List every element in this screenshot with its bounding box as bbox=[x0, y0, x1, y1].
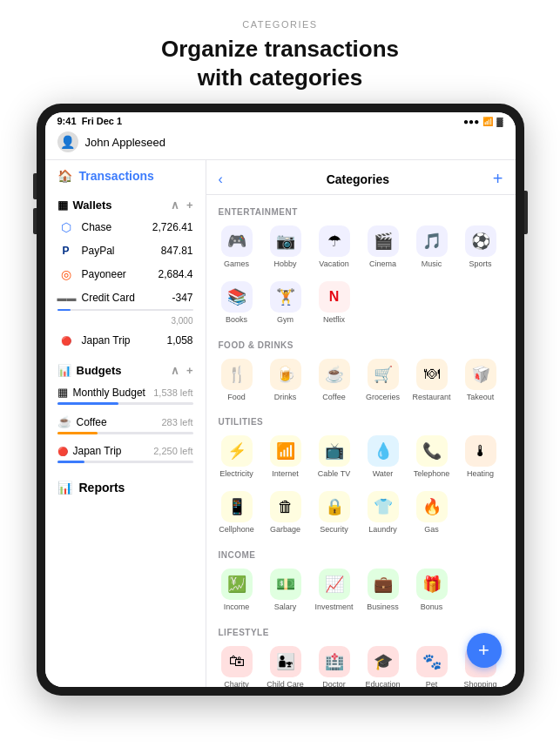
page-title: Organize transactions with categories bbox=[161, 35, 399, 91]
cat-item-internet[interactable]: 📶 Internet bbox=[262, 430, 309, 484]
cat-item-business[interactable]: 💼 Business bbox=[360, 563, 407, 617]
budget-item-coffee[interactable]: ☕ Coffee 283 left bbox=[45, 410, 206, 440]
cat-item-restaurant[interactable]: 🍽 Restaurant bbox=[408, 353, 455, 407]
fab-button[interactable]: + bbox=[467, 633, 502, 668]
hobby-label: Hobby bbox=[273, 259, 296, 269]
shopping-label: Shopping bbox=[463, 680, 496, 687]
entertainment-grid: 🎮 Games 📷 Hobby bbox=[213, 220, 509, 330]
cat-item-water[interactable]: 💧 Water bbox=[360, 430, 407, 484]
books-label: Books bbox=[226, 315, 247, 325]
cat-item-sports[interactable]: ⚽ Sports bbox=[457, 220, 504, 274]
add-category-button[interactable]: + bbox=[493, 169, 503, 189]
gym-label: Gym bbox=[277, 315, 293, 325]
pet-label: Pet bbox=[426, 680, 438, 687]
business-icon: 💼 bbox=[374, 575, 393, 594]
cat-item-coffee[interactable]: ☕ Coffee bbox=[311, 353, 358, 407]
wallet-item-payoneer[interactable]: ◎ Payoneer 2,684.4 bbox=[45, 262, 206, 286]
takeout-icon: 🥡 bbox=[471, 365, 490, 384]
doctor-label: Doctor bbox=[322, 680, 346, 687]
wallets-collapse-btn[interactable]: ∧ bbox=[171, 199, 179, 212]
lifestyle-grid: 🛍 Charity 👨‍👧 Child Care bbox=[213, 641, 509, 687]
cat-item-pet[interactable]: 🐾 Pet bbox=[408, 641, 455, 687]
cat-item-charity[interactable]: 🛍 Charity bbox=[213, 641, 260, 687]
bonus-label: Bonus bbox=[421, 602, 443, 612]
child-care-label: Child Care bbox=[267, 680, 304, 687]
paypal-icon: P bbox=[57, 245, 75, 257]
cat-item-bonus[interactable]: 🎁 Bonus bbox=[408, 563, 455, 617]
music-icon-bg: 🎵 bbox=[416, 225, 448, 257]
monthly-budget-name: Monthly Budget bbox=[73, 387, 149, 399]
cat-item-netflix[interactable]: N Netflix bbox=[311, 276, 358, 330]
electricity-icon: ⚡ bbox=[227, 441, 246, 461]
gas-utility-icon-bg: 🔥 bbox=[416, 491, 448, 522]
budgets-label-wrapper: 📊 Budgets bbox=[57, 364, 122, 377]
sidebar-item-reports[interactable]: 📊 Reports bbox=[45, 472, 206, 503]
laundry-icon: 👕 bbox=[374, 497, 393, 516]
credit-card-bar bbox=[57, 309, 193, 311]
cellphone-label: Cellphone bbox=[219, 525, 254, 535]
cat-item-gym[interactable]: 🏋 Gym bbox=[262, 276, 309, 330]
section-utilities: UTILITIES ⚡ Electricity 📶 bbox=[213, 410, 509, 540]
coffee-budget-amount: 283 left bbox=[161, 417, 192, 427]
cat-item-education[interactable]: 🎓 Education bbox=[360, 641, 407, 687]
income-icon-bg: 💹 bbox=[221, 569, 253, 600]
wallet-item-japan-trip[interactable]: 🔴 Japan Trip 1,058 bbox=[45, 329, 206, 352]
cat-item-gas-utility[interactable]: 🔥 Gas bbox=[408, 486, 455, 540]
cat-item-garbage[interactable]: 🗑 Garbage bbox=[262, 486, 309, 540]
cat-item-groceries[interactable]: 🛒 Groceries bbox=[360, 353, 407, 407]
salary-label: Salary bbox=[274, 602, 297, 612]
music-label: Music bbox=[422, 259, 442, 269]
heating-icon: 🌡 bbox=[473, 442, 489, 461]
device-frame: 9:41 Fri Dec 1 ●●● 📶 ▓ 👤 John Appleseed … bbox=[37, 104, 524, 696]
wallet-item-chase[interactable]: ⬡ Chase 2,726.41 bbox=[45, 215, 206, 239]
section-entertainment: ENTERTAINMENT 🎮 Games 📷 bbox=[213, 200, 509, 330]
books-icon-bg: 📚 bbox=[221, 281, 253, 313]
laundry-icon-bg: 👕 bbox=[368, 491, 399, 522]
cat-item-heating[interactable]: 🌡 Heating bbox=[457, 430, 504, 484]
garbage-icon: 🗑 bbox=[278, 498, 293, 516]
cat-item-laundry[interactable]: 👕 Laundry bbox=[360, 486, 407, 540]
entertainment-title: ENTERTAINMENT bbox=[213, 200, 509, 220]
budget-item-japan-trip[interactable]: 🔴 Japan Trip 2,250 left bbox=[45, 440, 206, 468]
cat-item-games[interactable]: 🎮 Games bbox=[213, 220, 260, 274]
cat-item-music[interactable]: 🎵 Music bbox=[408, 220, 455, 274]
cat-item-investment[interactable]: 📈 Investment bbox=[311, 563, 358, 617]
budgets-collapse-btn[interactable]: ∧ bbox=[171, 364, 179, 377]
credit-card-name: Credit Card bbox=[82, 292, 172, 304]
cat-item-electricity[interactable]: ⚡ Electricity bbox=[213, 430, 260, 484]
restaurant-label: Restaurant bbox=[412, 393, 450, 402]
wallet-item-paypal[interactable]: P PayPal 847.81 bbox=[45, 239, 206, 262]
cat-item-doctor[interactable]: 🏥 Doctor bbox=[311, 641, 358, 687]
cat-item-cinema[interactable]: 🎬 Cinema bbox=[360, 220, 407, 274]
sidebar-item-transactions[interactable]: 🏠 Transactions bbox=[45, 160, 206, 192]
cat-item-security[interactable]: 🔒 Security bbox=[311, 486, 358, 540]
cat-item-cellphone[interactable]: 📱 Cellphone bbox=[213, 486, 260, 540]
cat-item-drinks[interactable]: 🍺 Drinks bbox=[262, 353, 309, 407]
cat-item-cable-tv[interactable]: 📺 Cable TV bbox=[311, 430, 358, 484]
categories-title: Categories bbox=[223, 172, 493, 186]
cat-item-telephone[interactable]: 📞 Telephone bbox=[408, 430, 455, 484]
cat-item-food[interactable]: 🍴 Food bbox=[213, 353, 260, 407]
cat-item-books[interactable]: 📚 Books bbox=[213, 276, 260, 330]
salary-icon-bg: 💵 bbox=[270, 569, 301, 600]
japan-trip-budget-icon: 🔴 bbox=[57, 447, 68, 456]
cat-item-income[interactable]: 💹 Income bbox=[213, 563, 260, 617]
cat-item-hobby[interactable]: 📷 Hobby bbox=[262, 220, 309, 274]
cat-item-takeout[interactable]: 🥡 Takeout bbox=[457, 353, 504, 407]
budgets-add-btn[interactable]: + bbox=[186, 364, 193, 377]
wallets-add-btn[interactable]: + bbox=[186, 199, 193, 212]
internet-icon: 📶 bbox=[276, 441, 295, 461]
income-icon: 💹 bbox=[227, 575, 246, 594]
investment-icon-bg: 📈 bbox=[319, 569, 350, 600]
cat-item-vacation[interactable]: ☂ Vacation bbox=[311, 220, 358, 274]
groceries-icon: 🛒 bbox=[374, 365, 393, 384]
utilities-grid: ⚡ Electricity 📶 Internet bbox=[213, 430, 509, 540]
cellphone-icon: 📱 bbox=[227, 497, 246, 516]
cat-item-salary[interactable]: 💵 Salary bbox=[262, 563, 309, 617]
signal-icon: ●●● bbox=[463, 117, 479, 126]
wallet-item-credit-card[interactable]: ▬▬ Credit Card -347 bbox=[45, 286, 206, 309]
budget-item-monthly[interactable]: ▦ Monthly Budget 1,538 left bbox=[45, 380, 206, 410]
status-time: 9:41 Fri Dec 1 bbox=[57, 116, 123, 126]
child-care-icon: 👨‍👧 bbox=[276, 652, 295, 671]
cat-item-child-care[interactable]: 👨‍👧 Child Care bbox=[262, 641, 309, 687]
